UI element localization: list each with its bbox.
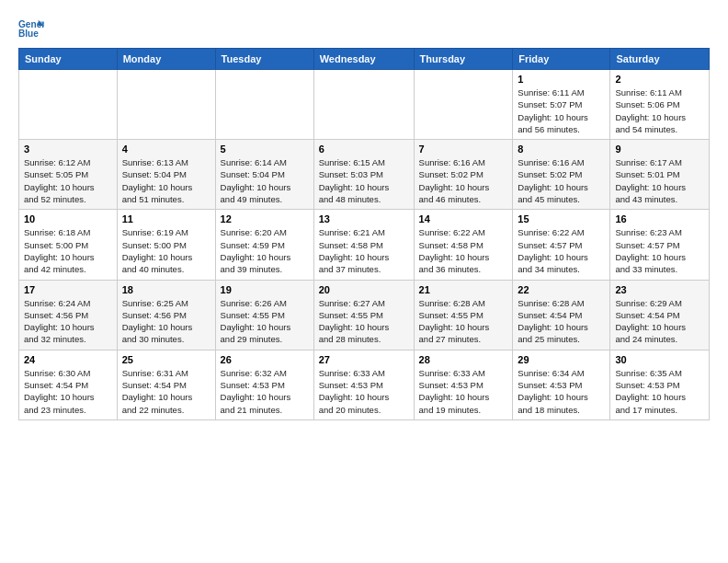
calendar-cell: 4Sunrise: 6:13 AM Sunset: 5:04 PM Daylig… <box>117 140 215 210</box>
day-number: 3 <box>24 144 112 155</box>
dow-friday: Friday <box>513 49 610 70</box>
calendar-cell <box>414 70 513 140</box>
calendar-cell: 22Sunrise: 6:28 AM Sunset: 4:54 PM Dayli… <box>513 280 610 350</box>
dow-monday: Monday <box>117 49 215 70</box>
day-number: 17 <box>24 284 112 295</box>
dow-wednesday: Wednesday <box>313 49 414 70</box>
dow-saturday: Saturday <box>610 49 710 70</box>
day-info: Sunrise: 6:35 AM Sunset: 4:53 PM Dayligh… <box>615 367 704 416</box>
day-number: 7 <box>419 144 508 155</box>
day-number: 26 <box>221 354 309 365</box>
calendar-cell: 10Sunrise: 6:18 AM Sunset: 5:00 PM Dayli… <box>19 210 118 280</box>
calendar-cell: 11Sunrise: 6:19 AM Sunset: 5:00 PM Dayli… <box>117 210 215 280</box>
day-number: 11 <box>122 213 210 224</box>
day-number: 4 <box>122 144 210 155</box>
calendar-cell: 6Sunrise: 6:15 AM Sunset: 5:03 PM Daylig… <box>313 140 414 210</box>
page: General Blue SundayMondayTuesdayWednesda… <box>0 0 728 563</box>
day-number: 24 <box>24 354 112 365</box>
day-number: 13 <box>319 213 409 224</box>
day-number: 16 <box>615 213 704 224</box>
calendar-cell: 3Sunrise: 6:12 AM Sunset: 5:05 PM Daylig… <box>19 140 118 210</box>
day-info: Sunrise: 6:24 AM Sunset: 4:56 PM Dayligh… <box>24 297 112 346</box>
day-info: Sunrise: 6:23 AM Sunset: 4:57 PM Dayligh… <box>615 226 704 275</box>
day-info: Sunrise: 6:32 AM Sunset: 4:53 PM Dayligh… <box>221 367 309 416</box>
day-number: 23 <box>615 284 704 295</box>
day-info: Sunrise: 6:34 AM Sunset: 4:53 PM Dayligh… <box>518 367 605 416</box>
calendar-cell <box>313 70 414 140</box>
calendar-cell: 2Sunrise: 6:11 AM Sunset: 5:06 PM Daylig… <box>610 70 710 140</box>
day-number: 28 <box>419 354 508 365</box>
calendar-cell: 21Sunrise: 6:28 AM Sunset: 4:55 PM Dayli… <box>414 280 513 350</box>
day-info: Sunrise: 6:33 AM Sunset: 4:53 PM Dayligh… <box>319 367 409 416</box>
day-info: Sunrise: 6:11 AM Sunset: 5:07 PM Dayligh… <box>518 86 605 135</box>
day-number: 9 <box>615 144 704 155</box>
calendar-cell: 20Sunrise: 6:27 AM Sunset: 4:55 PM Dayli… <box>313 280 414 350</box>
day-number: 19 <box>221 284 309 295</box>
day-number: 27 <box>319 354 409 365</box>
calendar-cell: 24Sunrise: 6:30 AM Sunset: 4:54 PM Dayli… <box>19 350 118 419</box>
calendar-cell: 28Sunrise: 6:33 AM Sunset: 4:53 PM Dayli… <box>414 350 513 419</box>
day-number: 18 <box>122 284 210 295</box>
day-info: Sunrise: 6:16 AM Sunset: 5:02 PM Dayligh… <box>518 156 605 205</box>
day-number: 22 <box>518 284 605 295</box>
day-number: 10 <box>24 213 112 224</box>
week-row-2: 3Sunrise: 6:12 AM Sunset: 5:05 PM Daylig… <box>19 140 710 210</box>
dow-thursday: Thursday <box>414 49 513 70</box>
days-of-week-header: SundayMondayTuesdayWednesdayThursdayFrid… <box>19 49 710 70</box>
svg-text:Blue: Blue <box>18 29 39 39</box>
day-info: Sunrise: 6:11 AM Sunset: 5:06 PM Dayligh… <box>615 86 704 135</box>
day-info: Sunrise: 6:29 AM Sunset: 4:54 PM Dayligh… <box>615 297 704 346</box>
day-info: Sunrise: 6:16 AM Sunset: 5:02 PM Dayligh… <box>419 156 508 205</box>
day-number: 12 <box>221 213 309 224</box>
calendar-table: SundayMondayTuesdayWednesdayThursdayFrid… <box>18 48 710 420</box>
week-row-4: 17Sunrise: 6:24 AM Sunset: 4:56 PM Dayli… <box>19 280 710 350</box>
day-info: Sunrise: 6:19 AM Sunset: 5:00 PM Dayligh… <box>122 226 210 275</box>
day-number: 2 <box>615 74 704 85</box>
week-row-3: 10Sunrise: 6:18 AM Sunset: 5:00 PM Dayli… <box>19 210 710 280</box>
calendar-cell <box>19 70 118 140</box>
day-info: Sunrise: 6:13 AM Sunset: 5:04 PM Dayligh… <box>122 156 210 205</box>
calendar-cell: 29Sunrise: 6:34 AM Sunset: 4:53 PM Dayli… <box>513 350 610 419</box>
day-info: Sunrise: 6:27 AM Sunset: 4:55 PM Dayligh… <box>319 297 409 346</box>
dow-tuesday: Tuesday <box>215 49 313 70</box>
calendar-cell: 15Sunrise: 6:22 AM Sunset: 4:57 PM Dayli… <box>513 210 610 280</box>
calendar-cell: 18Sunrise: 6:25 AM Sunset: 4:56 PM Dayli… <box>117 280 215 350</box>
day-number: 1 <box>518 74 605 85</box>
day-number: 21 <box>419 284 508 295</box>
day-info: Sunrise: 6:12 AM Sunset: 5:05 PM Dayligh… <box>24 156 112 205</box>
calendar-cell: 16Sunrise: 6:23 AM Sunset: 4:57 PM Dayli… <box>610 210 710 280</box>
calendar-cell <box>117 70 215 140</box>
day-info: Sunrise: 6:31 AM Sunset: 4:54 PM Dayligh… <box>122 367 210 416</box>
logo: General Blue <box>18 18 48 39</box>
calendar-cell: 23Sunrise: 6:29 AM Sunset: 4:54 PM Dayli… <box>610 280 710 350</box>
day-info: Sunrise: 6:33 AM Sunset: 4:53 PM Dayligh… <box>419 367 508 416</box>
day-number: 6 <box>319 144 409 155</box>
calendar-cell: 26Sunrise: 6:32 AM Sunset: 4:53 PM Dayli… <box>215 350 313 419</box>
day-number: 5 <box>221 144 309 155</box>
day-number: 8 <box>518 144 605 155</box>
day-number: 20 <box>319 284 409 295</box>
day-info: Sunrise: 6:26 AM Sunset: 4:55 PM Dayligh… <box>221 297 309 346</box>
calendar-cell: 1Sunrise: 6:11 AM Sunset: 5:07 PM Daylig… <box>513 70 610 140</box>
day-info: Sunrise: 6:28 AM Sunset: 4:54 PM Dayligh… <box>518 297 605 346</box>
calendar-cell: 14Sunrise: 6:22 AM Sunset: 4:58 PM Dayli… <box>414 210 513 280</box>
day-info: Sunrise: 6:30 AM Sunset: 4:54 PM Dayligh… <box>24 367 112 416</box>
dow-sunday: Sunday <box>19 49 118 70</box>
day-number: 29 <box>518 354 605 365</box>
calendar-cell: 25Sunrise: 6:31 AM Sunset: 4:54 PM Dayli… <box>117 350 215 419</box>
day-info: Sunrise: 6:17 AM Sunset: 5:01 PM Dayligh… <box>615 156 704 205</box>
calendar-cell: 5Sunrise: 6:14 AM Sunset: 5:04 PM Daylig… <box>215 140 313 210</box>
week-row-1: 1Sunrise: 6:11 AM Sunset: 5:07 PM Daylig… <box>19 70 710 140</box>
calendar-cell: 30Sunrise: 6:35 AM Sunset: 4:53 PM Dayli… <box>610 350 710 419</box>
week-row-5: 24Sunrise: 6:30 AM Sunset: 4:54 PM Dayli… <box>19 350 710 419</box>
day-info: Sunrise: 6:25 AM Sunset: 4:56 PM Dayligh… <box>122 297 210 346</box>
day-info: Sunrise: 6:21 AM Sunset: 4:58 PM Dayligh… <box>319 226 409 275</box>
day-info: Sunrise: 6:14 AM Sunset: 5:04 PM Dayligh… <box>221 156 309 205</box>
day-number: 14 <box>419 213 508 224</box>
header: General Blue <box>18 15 710 39</box>
day-number: 15 <box>518 213 605 224</box>
calendar-cell: 8Sunrise: 6:16 AM Sunset: 5:02 PM Daylig… <box>513 140 610 210</box>
calendar-cell: 17Sunrise: 6:24 AM Sunset: 4:56 PM Dayli… <box>19 280 118 350</box>
calendar-cell <box>215 70 313 140</box>
day-info: Sunrise: 6:22 AM Sunset: 4:58 PM Dayligh… <box>419 226 508 275</box>
